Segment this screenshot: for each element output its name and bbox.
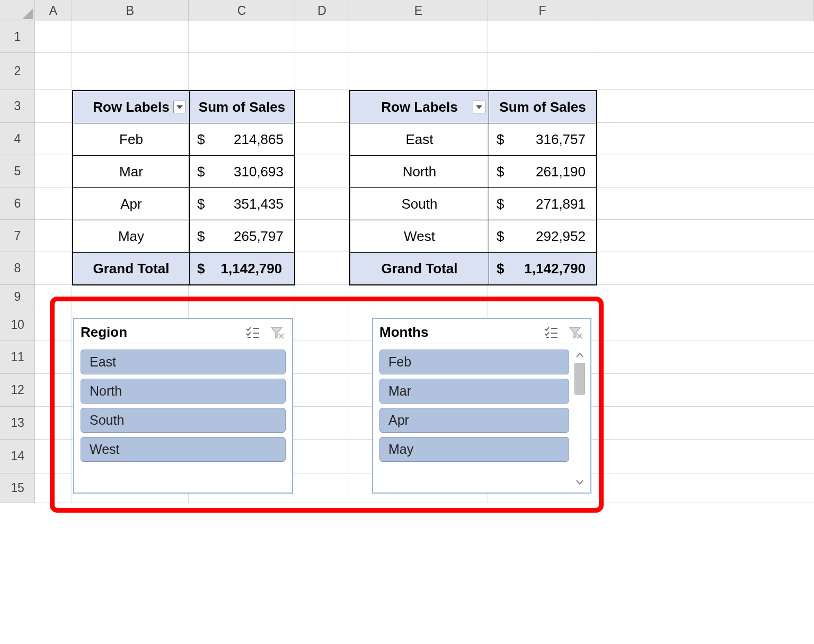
pivot-left-row-label[interactable]: Apr [73, 188, 190, 220]
row-header-4[interactable]: 4 [0, 123, 35, 155]
pivot-right-row-value[interactable]: $292,952 [489, 220, 597, 253]
row-header-7[interactable]: 7 [0, 220, 35, 252]
pivot-left-row-value[interactable]: $310,693 [190, 156, 295, 188]
row-header-10[interactable]: 10 [0, 309, 35, 341]
pivot-right-total-value[interactable]: $1,142,790 [489, 253, 597, 285]
slicer-months-title: Months [379, 324, 543, 341]
slicer-months-item[interactable]: Apr [379, 408, 569, 433]
select-all-corner[interactable] [0, 0, 35, 21]
pivot-table-regions[interactable]: Row Labels Sum of Sales East$316,757 Nor… [349, 90, 597, 285]
clear-filter-icon[interactable] [567, 325, 584, 340]
row-header-2[interactable]: 2 [0, 53, 35, 90]
multi-select-icon[interactable] [543, 325, 560, 340]
row-header-6[interactable]: 6 [0, 187, 35, 220]
row-header-12[interactable]: 12 [0, 374, 35, 407]
filter-dropdown-icon[interactable] [173, 101, 186, 113]
pivot-left-row-value[interactable]: $351,435 [190, 188, 295, 220]
slicer-region-item[interactable]: East [81, 350, 286, 374]
col-header-F[interactable]: F [488, 0, 597, 21]
col-header-blank [597, 0, 814, 21]
row-header-3[interactable]: 3 [0, 90, 35, 123]
slicer-region-item[interactable]: West [81, 437, 286, 462]
multi-select-icon[interactable] [244, 325, 261, 340]
pivot-right-row-label[interactable]: West [350, 220, 489, 253]
slicer-months-item[interactable]: Feb [379, 350, 569, 374]
slicer-months-item[interactable]: Mar [379, 379, 569, 404]
col-header-A[interactable]: A [35, 0, 72, 21]
pivot-table-months[interactable]: Row Labels Sum of Sales Feb$214,865 Mar$… [72, 90, 295, 285]
clear-filter-icon[interactable] [269, 325, 286, 340]
pivot-left-total-label[interactable]: Grand Total [73, 253, 190, 285]
pivot-left-rowlabels-text: Row Labels [93, 99, 169, 115]
pivot-left-rowlabels-header[interactable]: Row Labels [73, 91, 190, 123]
col-header-D[interactable]: D [295, 0, 349, 21]
row-header-9[interactable]: 9 [0, 285, 35, 309]
row-header-13[interactable]: 13 [0, 407, 35, 440]
row-header-14[interactable]: 14 [0, 440, 35, 473]
slicer-region-item[interactable]: North [81, 379, 286, 404]
row-header-1[interactable]: 1 [0, 21, 35, 53]
pivot-right-value-header[interactable]: Sum of Sales [489, 91, 597, 123]
slicer-scrollbar[interactable] [572, 348, 587, 488]
slicer-region[interactable]: Region East North South West [73, 318, 293, 494]
col-header-C[interactable]: C [189, 0, 295, 21]
pivot-left-value-header[interactable]: Sum of Sales [190, 91, 295, 123]
pivot-right-rowlabels-text: Row Labels [381, 99, 457, 115]
pivot-left-row-value[interactable]: $265,797 [190, 220, 295, 253]
slicer-months-item[interactable]: May [379, 437, 569, 462]
filter-dropdown-icon[interactable] [473, 101, 485, 113]
pivot-right-total-label[interactable]: Grand Total [350, 253, 489, 285]
pivot-left-row-label[interactable]: May [73, 220, 190, 253]
row-header-8[interactable]: 8 [0, 252, 35, 285]
row-header-15[interactable]: 15 [0, 473, 35, 503]
pivot-left-row-value[interactable]: $214,865 [190, 123, 295, 156]
pivot-right-row-value[interactable]: $271,891 [489, 188, 597, 220]
pivot-right-row-label[interactable]: East [350, 123, 489, 156]
row-header-5[interactable]: 5 [0, 155, 35, 187]
pivot-right-row-value[interactable]: $316,757 [489, 123, 597, 156]
col-header-E[interactable]: E [349, 0, 488, 21]
col-header-B[interactable]: B [72, 0, 189, 21]
pivot-right-row-label[interactable]: South [350, 188, 489, 220]
scroll-thumb[interactable] [574, 363, 585, 395]
pivot-right-row-label[interactable]: North [350, 156, 489, 188]
pivot-right-row-value[interactable]: $261,190 [489, 156, 597, 188]
pivot-right-rowlabels-header[interactable]: Row Labels [350, 91, 489, 123]
slicer-region-item[interactable]: South [81, 408, 286, 433]
slicer-months[interactable]: Months Feb Mar Apr May [372, 318, 591, 494]
row-header-11[interactable]: 11 [0, 341, 35, 374]
pivot-left-total-value[interactable]: $ 1,142,790 [190, 253, 295, 285]
scroll-down-icon[interactable] [576, 476, 584, 488]
scroll-up-icon[interactable] [576, 348, 584, 361]
pivot-left-row-label[interactable]: Feb [73, 123, 190, 156]
slicer-region-title: Region [81, 324, 244, 341]
column-header-row: A B C D E F [0, 0, 814, 21]
pivot-left-row-label[interactable]: Mar [73, 156, 190, 188]
row-header-column: 1 2 3 4 5 6 7 8 9 10 11 12 13 14 15 [0, 21, 35, 503]
